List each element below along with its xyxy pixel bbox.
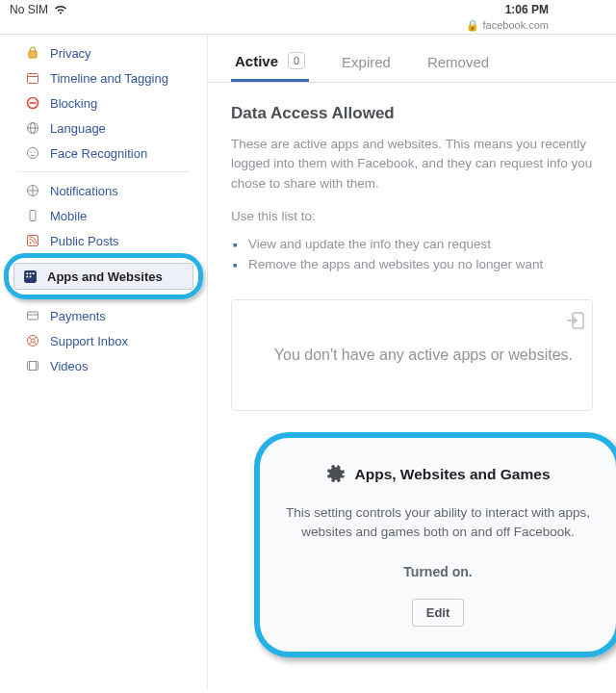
status-tabs: Active 0 Expired Removed [208,40,616,83]
sidebar-item-public-posts[interactable]: Public Posts [17,228,190,253]
sidebar-item-face-recognition[interactable]: Face Recognition [17,141,190,166]
sidebar-item-payments[interactable]: Payments [17,303,190,328]
main-content: Active 0 Expired Removed Data Access All… [207,35,616,689]
tab-removed[interactable]: Removed [424,40,493,82]
carrier-label: No SIM [10,3,48,16]
apps-websites-games-card: Apps, Websites and Games This setting co… [260,438,616,652]
calendar-icon [25,70,40,86]
svg-point-15 [30,243,32,244]
sidebar-item-label: Mobile [50,209,87,223]
rss-icon [25,233,40,248]
sidebar-item-privacy[interactable]: Privacy [17,40,190,65]
lifebuoy-icon [25,333,40,348]
card-description: This setting controls your ability to in… [283,503,593,543]
sidebar-item-videos[interactable]: Videos [17,353,190,378]
gear-icon [326,465,346,484]
section-description: These are active apps and websites. This… [231,135,593,193]
svg-point-13 [32,218,33,219]
settings-sidebar: Privacy Timeline and Tagging Blocking La… [0,35,207,689]
sidebar-item-mobile[interactable]: Mobile [17,203,190,228]
device-status-bar: No SIM 1:06 PM [0,0,616,19]
login-icon [565,310,586,331]
sidebar-item-notifications[interactable]: Notifications [17,178,190,203]
sidebar-item-label: Payments [50,309,106,323]
tab-expired[interactable]: Expired [338,40,395,82]
sidebar-item-label: Support Inbox [50,334,128,348]
card-title: Apps, Websites and Games [355,466,551,483]
globe-icon [25,120,40,136]
sidebar-item-label: Blocking [50,96,97,111]
film-icon [25,358,40,373]
sidebar-item-label: Timeline and Tagging [50,71,168,86]
svg-point-25 [31,339,35,343]
tab-label: Expired [342,54,391,70]
section-subheading: Use this list to: [231,207,593,226]
svg-point-21 [29,275,31,277]
block-icon [25,95,40,111]
sidebar-item-label: Face Recognition [50,146,147,161]
sidebar-item-label: Public Posts [50,234,119,248]
bullet-list: View and update the info they can reques… [231,234,593,274]
sidebar-item-apps-websites[interactable]: Apps and Websites [13,263,193,290]
svg-point-20 [26,275,28,277]
svg-rect-22 [28,312,38,320]
tab-active[interactable]: Active 0 [231,40,309,82]
sidebar-item-blocking[interactable]: Blocking [17,90,190,116]
sidebar-item-label: Apps and Websites [47,270,163,284]
list-item: Remove the apps and websites you no long… [231,254,593,274]
card-status: Turned on. [283,564,593,579]
svg-point-17 [26,272,28,274]
tab-label: Active [235,53,278,69]
wifi-icon [54,5,67,14]
face-icon [25,145,40,161]
svg-rect-1 [28,74,38,84]
tab-count-badge: 0 [288,52,305,69]
sidebar-item-label: Privacy [50,46,91,61]
edit-button[interactable]: Edit [412,599,465,627]
browser-url-bar: 🔒 facebook.com [0,19,616,34]
privacy-icon [25,45,40,61]
list-item: View and update the info they can reques… [231,234,593,254]
clock: 1:06 PM [505,3,549,16]
sidebar-item-label: Videos [50,359,89,373]
tab-label: Removed [427,54,489,70]
svg-point-9 [30,151,31,152]
mobile-icon [25,208,40,223]
svg-point-19 [32,272,34,274]
globe-icon [25,183,40,198]
empty-state-panel: You don't have any active apps or websit… [231,299,593,411]
lock-icon: 🔒 [466,19,479,31]
sidebar-item-timeline[interactable]: Timeline and Tagging [17,65,190,90]
svg-point-10 [34,151,35,152]
sidebar-item-label: Language [50,121,106,136]
url-text: facebook.com [483,19,549,31]
card-icon [25,308,40,323]
empty-state-text: You don't have any active apps or websit… [274,346,573,363]
sidebar-item-language[interactable]: Language [17,116,190,141]
section-title: Data Access Allowed [231,104,593,123]
apps-icon [22,269,38,284]
svg-point-18 [29,272,31,274]
sidebar-item-support[interactable]: Support Inbox [17,328,190,353]
svg-rect-0 [29,51,37,58]
sidebar-item-label: Notifications [50,184,118,198]
svg-point-8 [28,148,38,159]
